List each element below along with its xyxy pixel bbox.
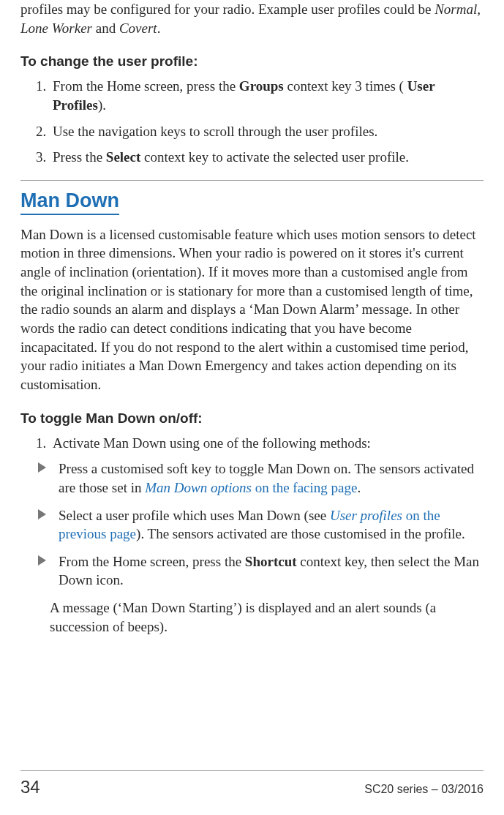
triangle-icon [38, 509, 46, 519]
man-down-title: Man Down [20, 189, 119, 215]
step1-a: From the Home screen, press the [53, 78, 239, 94]
step1-e: ). [98, 97, 106, 113]
intro-italic-3: Covert [119, 20, 157, 36]
toggle-steps: Activate Man Down using one of the follo… [20, 434, 484, 453]
intro-sep-1: , [477, 1, 481, 17]
toggle-heading: To toggle Man Down on/off: [20, 410, 484, 427]
step1-b: Groups [239, 78, 284, 94]
man-down-paragraph: Man Down is a licensed customisable feat… [20, 225, 484, 394]
bullet-1: Press a customised soft key to toggle Ma… [38, 459, 484, 497]
b3-b: Shortcut [245, 554, 297, 569]
section-divider: Man Down [20, 180, 484, 225]
step1-c: context key 3 times ( [284, 78, 407, 94]
step3-a: Press the [53, 149, 106, 165]
b1-link-rest[interactable]: on the facing page [252, 480, 358, 495]
change-profile-steps: From the Home screen, press the Groups c… [20, 77, 484, 167]
b1-end: . [357, 480, 361, 495]
after-list-paragraph: A message (‘Man Down Starting’) is displ… [50, 598, 484, 636]
page-footer: 34 SC20 series – 03/2016 [20, 770, 484, 797]
bullet-3: From the Home screen, press the Shortcut… [38, 552, 484, 590]
intro-text-1: profiles may be configured for your radi… [20, 1, 435, 17]
change-profile-heading: To change the user profile: [20, 53, 484, 70]
intro-italic-2: Lone Worker [20, 20, 92, 36]
intro-end: . [157, 20, 161, 36]
intro-paragraph: profiles may be configured for your radi… [20, 0, 484, 37]
toggle-bullets: Press a customised soft key to toggle Ma… [20, 459, 484, 590]
b2-b: ). The sensors activated are those custo… [136, 526, 465, 541]
footer-divider [20, 770, 484, 771]
toggle-step-1: Activate Man Down using one of the follo… [50, 434, 484, 453]
intro-sep-2: and [92, 20, 119, 36]
b2-a: Select a user profile which uses Man Dow… [59, 508, 330, 523]
step3-b: Select [106, 149, 140, 165]
page-number: 34 [20, 777, 40, 797]
step-1: From the Home screen, press the Groups c… [50, 77, 484, 114]
triangle-icon [38, 555, 46, 566]
b3-a: From the Home screen, press the [59, 554, 245, 569]
b2-link-italic[interactable]: User profiles [330, 508, 402, 523]
b1-link-italic[interactable]: Man Down options [145, 480, 252, 495]
step-3: Press the Select context key to activate… [50, 148, 484, 167]
triangle-icon [38, 462, 46, 473]
document-id: SC20 series – 03/2016 [364, 783, 484, 796]
step-2: Use the navigation keys to scroll throug… [50, 122, 484, 141]
intro-italic-1: Normal [435, 1, 477, 17]
step3-c: context key to activate the selected use… [140, 149, 409, 165]
bullet-2: Select a user profile which uses Man Dow… [38, 506, 484, 544]
